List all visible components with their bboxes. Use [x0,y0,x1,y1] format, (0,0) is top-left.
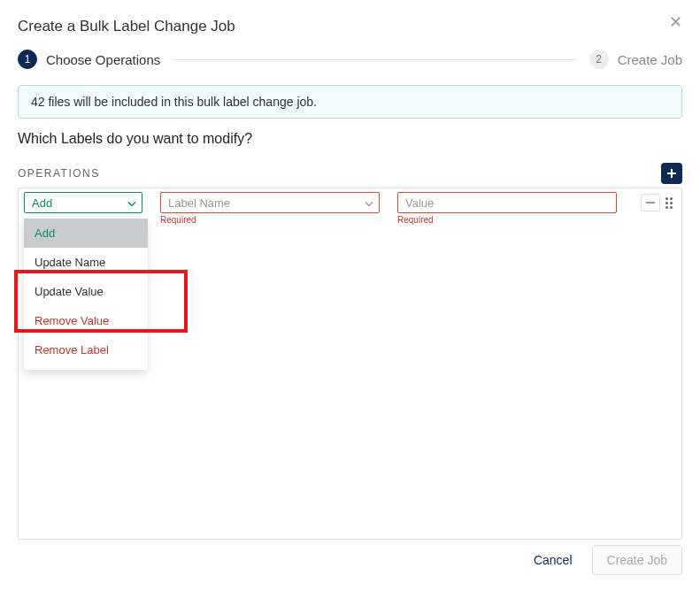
operation-row: Add Add Update Name Update Value Remove … [24,192,676,225]
label-name-required: Required [160,215,380,225]
plus-icon [666,168,677,179]
dropdown-item-add[interactable]: Add [24,219,148,248]
dialog-footer: Cancel Create Job [534,545,682,575]
step-2-number: 2 [589,50,609,69]
info-banner: 42 files will be included in this bulk l… [18,85,682,119]
chevron-down-icon [365,196,373,210]
label-name-select[interactable]: Label Name [160,192,380,213]
label-name-placeholder: Label Name [168,196,230,210]
step-2[interactable]: 2 Create Job [589,50,682,69]
modify-labels-prompt: Which Labels do you want to modify? [18,131,682,147]
dropdown-item-remove-label[interactable]: Remove Label [24,335,148,365]
operation-type-value: Add [32,196,52,210]
chevron-down-icon [127,196,136,210]
drag-handle-icon[interactable] [665,197,676,209]
operations-header: OPERATIONS [18,167,100,180]
minus-icon [646,202,655,203]
value-required: Required [397,215,617,225]
operations-panel: Add Add Update Name Update Value Remove … [18,188,682,540]
step-1-number: 1 [18,50,37,69]
remove-row-button[interactable] [641,194,660,211]
dialog-title: Create a Bulk Label Change Job [18,18,682,35]
svg-rect-1 [667,173,676,174]
dropdown-item-update-value[interactable]: Update Value [24,277,148,306]
step-1-label: Choose Operations [46,52,160,67]
value-input[interactable]: Value [397,192,617,213]
create-job-button[interactable]: Create Job [592,545,682,575]
dropdown-item-update-name[interactable]: Update Name [24,248,148,277]
step-1[interactable]: 1 Choose Operations [18,50,160,69]
value-placeholder: Value [405,196,434,210]
close-icon[interactable]: ✕ [669,12,682,32]
add-operation-button[interactable] [661,163,682,184]
step-2-label: Create Job [618,52,682,67]
stepper: 1 Choose Operations 2 Create Job [18,50,682,69]
step-divider [173,59,576,60]
cancel-button[interactable]: Cancel [534,553,573,567]
operation-type-dropdown: Add Update Name Update Value Remove Valu… [24,219,148,370]
operation-type-select[interactable]: Add [24,192,142,213]
dropdown-item-remove-value[interactable]: Remove Value [24,306,148,335]
